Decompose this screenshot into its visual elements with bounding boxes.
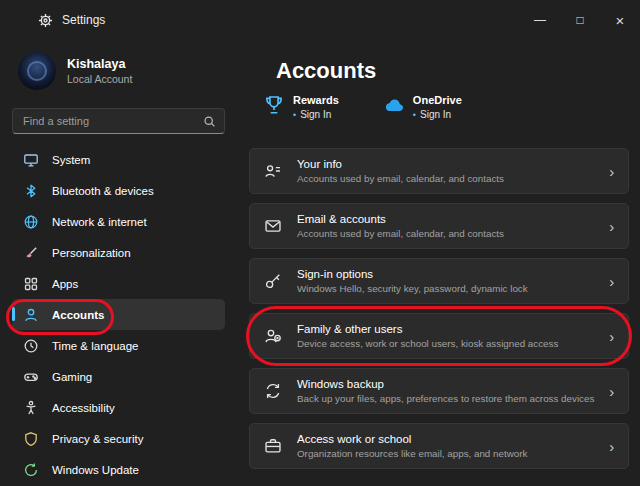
sidebar-item-network-internet[interactable]: Network & internet	[12, 206, 225, 237]
sidebar-item-accounts[interactable]: Accounts	[12, 299, 225, 330]
sidebar-item-time-language[interactable]: Time & language	[12, 330, 225, 361]
rewards-label: Rewards	[293, 94, 339, 106]
row-text: Email & accounts Accounts used by email,…	[297, 213, 504, 239]
account-header[interactable]: Kishalaya Local Account	[18, 52, 225, 90]
sidebar-item-label: Bluetooth & devices	[52, 185, 154, 197]
onedrive-promo[interactable]: OneDrive • Sign In	[383, 94, 462, 120]
rewards-text: Rewards • Sign In	[293, 94, 339, 120]
user-account-type: Local Account	[67, 73, 132, 85]
chevron-right-icon: ›	[609, 219, 614, 234]
row-subtitle: Back up your files, apps, preferences to…	[297, 393, 594, 404]
row-title: Sign-in options	[297, 268, 528, 280]
rewards-promo[interactable]: Rewards • Sign In	[263, 94, 339, 120]
search-icon	[203, 115, 216, 128]
settings-list: Your info Accounts used by email, calend…	[249, 148, 629, 469]
window-body: Kishalaya Local Account	[0, 40, 640, 486]
window-title: Settings	[62, 13, 105, 27]
bluetooth-icon	[23, 183, 39, 199]
chevron-right-icon: ›	[609, 384, 614, 399]
sidebar-item-bluetooth-devices[interactable]: Bluetooth & devices	[12, 175, 225, 206]
contact-card-icon	[264, 162, 282, 180]
search-input[interactable]	[21, 114, 197, 128]
settings-row-your-info[interactable]: Your info Accounts used by email, calend…	[249, 148, 629, 194]
main-content: Accounts Rewards • Sign In	[237, 40, 640, 486]
sidebar-item-windows-update[interactable]: Windows Update	[12, 454, 225, 485]
promo-row: Rewards • Sign In OneDrive	[263, 94, 629, 120]
row-title: Email & accounts	[297, 213, 504, 225]
signin-link[interactable]: Sign In	[420, 109, 451, 120]
row-text: Access work or school Organization resou…	[297, 433, 527, 459]
sync-arrows-icon	[264, 382, 282, 400]
search-box	[12, 108, 225, 134]
close-button[interactable]: ×	[600, 0, 640, 40]
gear-icon	[38, 13, 53, 28]
envelope-icon	[264, 217, 282, 235]
system-icon	[23, 152, 39, 168]
sidebar-item-label: Apps	[52, 278, 78, 290]
settings-window: Settings — □ × Kishalaya Local Account	[0, 0, 640, 486]
settings-row-signin-options[interactable]: Sign-in options Windows Hello, security …	[249, 258, 629, 304]
apps-grid-icon	[23, 276, 39, 292]
row-title: Access work or school	[297, 433, 527, 445]
chevron-right-icon: ›	[609, 274, 614, 289]
row-subtitle: Accounts used by email, calendar, and co…	[297, 173, 504, 184]
row-subtitle: Windows Hello, security key, password, d…	[297, 283, 528, 294]
update-arrows-icon	[23, 462, 39, 478]
row-title: Windows backup	[297, 378, 594, 390]
account-text: Kishalaya Local Account	[67, 57, 132, 85]
onedrive-text: OneDrive • Sign In	[413, 94, 462, 120]
bullet-icon: •	[413, 110, 416, 120]
sidebar-item-accessibility[interactable]: Accessibility	[12, 392, 225, 423]
sidebar: Kishalaya Local Account	[0, 40, 237, 486]
sidebar-item-apps[interactable]: Apps	[12, 268, 225, 299]
sidebar-item-privacy-security[interactable]: Privacy & security	[12, 423, 225, 454]
people-add-icon	[264, 327, 282, 345]
page-title: Accounts	[276, 58, 629, 84]
trophy-icon	[263, 94, 285, 116]
maximize-button[interactable]: □	[560, 0, 600, 40]
settings-row-family-other-users[interactable]: Family & other users Device access, work…	[249, 313, 629, 359]
titlebar: Settings — □ ×	[0, 0, 640, 40]
sidebar-item-gaming[interactable]: Gaming	[12, 361, 225, 392]
row-subtitle: Device access, work or school users, kio…	[297, 338, 558, 349]
settings-row-windows-backup[interactable]: Windows backup Back up your files, apps,…	[249, 368, 629, 414]
sidebar-item-label: System	[52, 154, 90, 166]
sidebar-item-label: Windows Update	[52, 464, 139, 476]
onedrive-signin[interactable]: • Sign In	[413, 109, 462, 120]
sidebar-item-system[interactable]: System	[12, 144, 225, 175]
user-name: Kishalaya	[67, 57, 132, 71]
sidebar-item-personalization[interactable]: Personalization	[12, 237, 225, 268]
settings-row-email-accounts[interactable]: Email & accounts Accounts used by email,…	[249, 203, 629, 249]
sidebar-item-label: Accounts	[52, 309, 104, 321]
row-text: Windows backup Back up your files, apps,…	[297, 378, 594, 404]
clock-icon	[23, 338, 39, 354]
key-icon	[264, 272, 282, 290]
onedrive-label: OneDrive	[413, 94, 462, 106]
chevron-right-icon: ›	[609, 329, 614, 344]
globe-icon	[23, 214, 39, 230]
accessibility-icon	[23, 400, 39, 416]
sidebar-item-label: Time & language	[52, 340, 139, 352]
shield-icon	[23, 431, 39, 447]
minimize-button[interactable]: —	[520, 0, 560, 40]
row-text: Your info Accounts used by email, calend…	[297, 158, 504, 184]
sidebar-nav: System Bluetooth & devices Network & i	[12, 144, 225, 485]
brush-icon	[23, 245, 39, 261]
rewards-signin[interactable]: • Sign In	[293, 109, 339, 120]
row-text: Sign-in options Windows Hello, security …	[297, 268, 528, 294]
sidebar-item-label: Personalization	[52, 247, 131, 259]
sidebar-item-label: Privacy & security	[52, 433, 143, 445]
settings-row-access-work-school[interactable]: Access work or school Organization resou…	[249, 423, 629, 469]
row-subtitle: Accounts used by email, calendar, and co…	[297, 228, 504, 239]
sidebar-item-label: Network & internet	[52, 216, 147, 228]
chevron-right-icon: ›	[609, 439, 614, 454]
avatar	[18, 52, 56, 90]
gamepad-icon	[23, 369, 39, 385]
person-icon	[23, 307, 39, 323]
cloud-icon	[383, 94, 405, 116]
sidebar-item-label: Gaming	[52, 371, 92, 383]
signin-link[interactable]: Sign In	[300, 109, 331, 120]
row-subtitle: Organization resources like email, apps,…	[297, 448, 527, 459]
window-controls: — □ ×	[520, 0, 640, 40]
sidebar-item-label: Accessibility	[52, 402, 115, 414]
